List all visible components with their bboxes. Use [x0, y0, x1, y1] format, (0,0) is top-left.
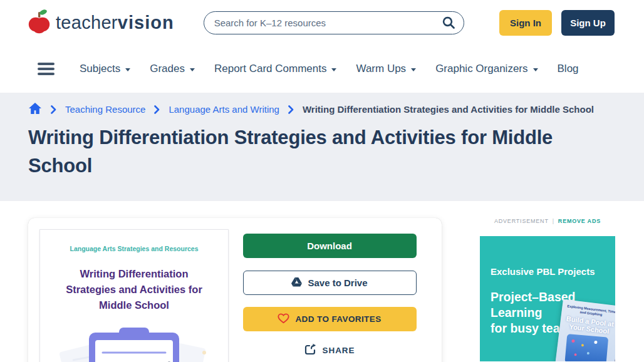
breadcrumb-current: Writing Differentiation Strategies and A…: [303, 104, 594, 115]
pool-illustration: [564, 334, 608, 361]
nav-item-warm-ups[interactable]: Warm Ups: [356, 63, 416, 75]
nav-item-grades[interactable]: Grades: [150, 63, 195, 75]
page-title: Writing Differentiation Strategies and A…: [28, 124, 592, 180]
share-button[interactable]: SHARE: [304, 343, 355, 357]
sign-in-button[interactable]: Sign In: [499, 10, 552, 36]
save-to-drive-button[interactable]: Save to Drive: [243, 271, 417, 295]
thumbnail-category: Language Arts Strategies and Resources: [40, 245, 228, 252]
label-separator: |: [553, 218, 554, 224]
main-navigation: Subjects Grades Report Card Comments War…: [0, 45, 644, 93]
auth-buttons: Sign In Sign Up: [499, 10, 615, 36]
chevron-down-icon: [331, 68, 336, 71]
chevron-down-icon: [533, 68, 538, 71]
nav-item-report-card-comments[interactable]: Report Card Comments: [214, 63, 337, 75]
breadcrumb-link-teaching-resource[interactable]: Teaching Resource: [65, 104, 145, 115]
nav-item-subjects[interactable]: Subjects: [80, 63, 130, 75]
hamburger-icon[interactable]: [38, 63, 55, 75]
download-button[interactable]: Download: [243, 234, 417, 258]
search-icon[interactable]: [442, 16, 455, 29]
brand-wordmark: teachervision: [56, 13, 174, 33]
nav-item-blog[interactable]: Blog: [558, 63, 579, 75]
thumbnail-title: Writing Differentiation Strategies and A…: [55, 266, 213, 313]
page-hero: Teaching Resource Language Arts and Writ…: [0, 93, 644, 201]
pbl-booklet-image: Exploring Measurement, Time and Graphing…: [555, 299, 615, 361]
search-input[interactable]: [214, 18, 442, 28]
breadcrumb: Teaching Resource Language Arts and Writ…: [28, 102, 616, 116]
chevron-right-icon: [51, 105, 56, 114]
search-bar: [204, 11, 464, 34]
advertisement-label: ADVERTISEMENT: [494, 218, 549, 224]
chevron-right-icon: [288, 105, 294, 114]
sign-up-button[interactable]: Sign Up: [561, 10, 615, 36]
site-header: teachervision Sign In Sign Up: [0, 0, 644, 45]
ad-eyebrow: Exclusive PBL Projects: [491, 266, 595, 277]
resource-illustration: [40, 328, 228, 362]
breadcrumb-link-language-arts[interactable]: Language Arts and Writing: [169, 104, 279, 115]
resource-actions: Download Save to Drive ADD TO: [229, 229, 430, 362]
remove-ads-link[interactable]: REMOVE ADS: [558, 218, 601, 224]
chevron-right-icon: [154, 105, 160, 114]
resource-card: Language Arts Strategies and Resources W…: [28, 218, 442, 362]
right-rail: ADVERTISEMENT | REMOVE ADS Exclusive PBL…: [480, 218, 615, 361]
home-icon[interactable]: [28, 102, 42, 116]
add-to-favorites-button[interactable]: ADD TO FAVORITES: [243, 307, 417, 331]
advertisement-label-row: ADVERTISEMENT | REMOVE ADS: [480, 218, 615, 224]
share-icon: [304, 343, 317, 357]
nav-item-graphic-organizers[interactable]: Graphic Organizers: [435, 63, 538, 75]
chevron-down-icon: [411, 68, 416, 71]
main-content: Language Arts Strategies and Resources W…: [0, 218, 644, 362]
chevron-down-icon: [190, 68, 195, 71]
heart-outline-icon: [278, 313, 289, 326]
chevron-down-icon: [125, 68, 130, 71]
pbl-advertisement[interactable]: Exclusive PBL Projects Project–Based Lea…: [480, 236, 615, 361]
apple-icon: [28, 8, 50, 37]
resource-thumbnail[interactable]: Language Arts Strategies and Resources W…: [39, 229, 229, 362]
google-drive-icon: [291, 277, 302, 289]
teachervision-logo[interactable]: teachervision: [28, 8, 174, 37]
